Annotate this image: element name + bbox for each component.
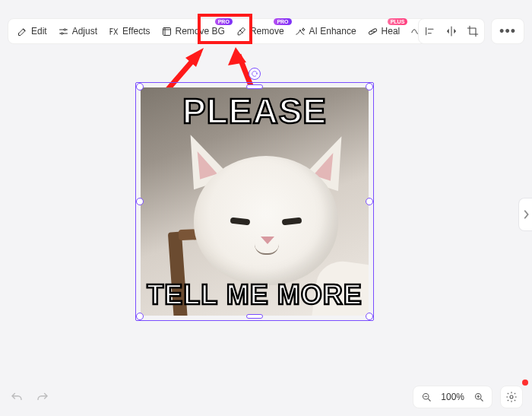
resize-handle-tr[interactable] <box>366 83 373 91</box>
notification-dot <box>522 379 528 386</box>
align-group <box>418 18 485 44</box>
svg-marker-7 <box>185 48 204 67</box>
edit-label: Edit <box>31 26 47 37</box>
svg-rect-3 <box>368 28 377 35</box>
history-controls <box>9 390 50 405</box>
svg-point-5 <box>373 31 374 32</box>
svg-point-0 <box>64 28 66 30</box>
zoom-in-button[interactable] <box>472 390 486 404</box>
heal-button[interactable]: Heal PLUS <box>362 22 406 41</box>
bandage-icon <box>367 26 378 37</box>
resize-handle-bottom[interactable] <box>246 314 263 319</box>
plus-badge: PLUS <box>388 18 408 26</box>
heal-label: Heal <box>382 26 401 37</box>
sparkle-icon <box>295 26 306 37</box>
remove-button[interactable]: Remove PRO <box>230 22 290 41</box>
ai-enhance-button[interactable]: AI Enhance <box>290 22 362 41</box>
resize-handle-br[interactable] <box>366 313 373 320</box>
remove-bg-button[interactable]: Remove BG PRO <box>156 22 230 41</box>
svg-rect-2 <box>163 27 170 35</box>
zoom-group: 100% <box>413 386 492 408</box>
remove-bg-label: Remove BG <box>176 26 225 37</box>
sliders-icon <box>58 26 69 37</box>
svg-point-12 <box>510 395 513 399</box>
resize-handle-ml[interactable] <box>136 198 144 205</box>
align-icon[interactable] <box>423 24 437 38</box>
toolbar-right: ••• <box>418 18 524 44</box>
rotate-handle[interactable] <box>249 68 261 80</box>
next-panel-button[interactable] <box>518 198 532 231</box>
settings-button[interactable] <box>500 386 523 408</box>
canvas-selection[interactable]: PLEASE TELL ME MORE <box>141 87 369 316</box>
view-controls: 100% <box>413 386 523 408</box>
zoom-level-label[interactable]: 100% <box>439 392 466 402</box>
eraser-icon <box>236 26 247 37</box>
crop-icon[interactable] <box>466 24 480 38</box>
edit-button[interactable]: Edit <box>11 22 52 41</box>
fx-icon <box>108 26 119 37</box>
effects-button[interactable]: Effects <box>103 22 155 41</box>
pro-badge: PRO <box>274 18 291 26</box>
flip-icon[interactable] <box>445 24 458 38</box>
remove-bg-icon <box>161 26 173 37</box>
more-group: ••• <box>491 18 524 44</box>
zoom-out-button[interactable] <box>420 390 433 404</box>
more-icon[interactable]: ••• <box>496 24 519 40</box>
remove-label: Remove <box>250 26 284 37</box>
resize-handle-bl[interactable] <box>136 313 144 320</box>
edit-icon <box>17 26 28 37</box>
adjust-label: Adjust <box>72 26 97 37</box>
redo-button[interactable] <box>35 390 50 405</box>
undo-button[interactable] <box>9 390 24 405</box>
svg-marker-9 <box>228 47 246 65</box>
svg-point-1 <box>61 32 63 34</box>
resize-handle-top[interactable] <box>246 84 263 89</box>
resize-handle-tl[interactable] <box>136 83 144 91</box>
ai-enhance-label: AI Enhance <box>309 26 356 37</box>
selection-frame <box>135 82 374 321</box>
effects-label: Effects <box>122 26 150 37</box>
adjust-button[interactable]: Adjust <box>52 22 103 41</box>
svg-point-4 <box>371 31 372 32</box>
pro-badge: PRO <box>215 18 233 26</box>
resize-handle-mr[interactable] <box>366 198 373 205</box>
toolbar-group-main: Edit Adjust Effects Remove BG PRO <box>8 18 475 44</box>
